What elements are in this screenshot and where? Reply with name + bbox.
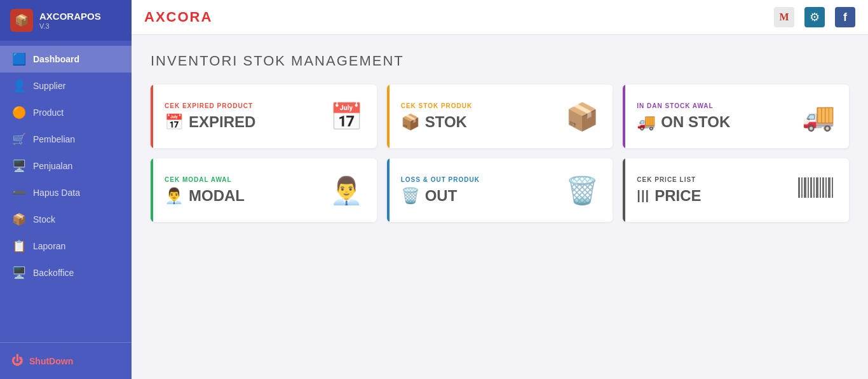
sidebar-item-penjualan[interactable]: 🖥️ Penjualan: [0, 153, 132, 179]
sidebar-label-hapus-data: Hapus Data: [33, 188, 80, 198]
wordpress-icon[interactable]: ⚙: [804, 7, 825, 27]
svg-rect-3: [808, 177, 809, 198]
modal-title-icon: 👨‍💼: [165, 187, 184, 205]
sidebar-bottom: ⏻ ShutDown: [0, 342, 132, 379]
topbar-icons: M ⚙ f: [774, 7, 855, 27]
sidebar-label-stock: Stock: [33, 214, 55, 224]
card-on-stok[interactable]: IN DAN STOCK AWAL 🚚 ON STOK 🚚: [623, 85, 849, 148]
price-title-icon: |||: [637, 188, 649, 203]
page-title: INVENTORI STOK MANAGEMENT: [151, 53, 849, 69]
sidebar-item-hapus-data[interactable]: ➖ Hapus Data: [0, 179, 132, 206]
sidebar-item-supplier[interactable]: 👤 Supplier: [0, 72, 132, 99]
svg-rect-6: [816, 177, 818, 198]
card-expired-title: 📅 EXPIRED: [165, 113, 255, 131]
card-stok[interactable]: CEK STOK PRODUK 📦 STOK 📦: [387, 85, 613, 148]
svg-rect-1: [801, 177, 803, 198]
stok-title-icon: 📦: [401, 113, 420, 131]
sidebar-item-product[interactable]: 🟠 Product: [0, 99, 132, 126]
pembelian-icon: 🛒: [11, 132, 27, 146]
svg-rect-8: [822, 177, 824, 198]
cards-grid: CEK EXPIRED PRODUCT 📅 EXPIRED 📅 CEK STOK…: [151, 85, 849, 222]
card-modal-subtitle: CEK MODAL AWAL: [165, 176, 245, 183]
brand-logo: AXCORA: [144, 9, 212, 25]
card-on-stok-subtitle: IN DAN STOCK AWAL: [637, 102, 730, 109]
svg-rect-7: [820, 177, 821, 198]
content-area: INVENTORI STOK MANAGEMENT CEK EXPIRED PR…: [132, 35, 868, 240]
svg-rect-0: [798, 177, 800, 198]
sidebar-item-dashboard[interactable]: 🟦 Dashboard: [0, 46, 132, 72]
sidebar-label-laporan: Laporan: [33, 241, 65, 251]
penjualan-icon: 🖥️: [11, 159, 27, 173]
card-price-subtitle: CEK PRICE LIST: [637, 176, 701, 183]
card-modal[interactable]: CEK MODAL AWAL 👨‍💼 MODAL 👨‍💼: [151, 158, 377, 222]
stock-icon: 📦: [11, 212, 27, 226]
sidebar: 📦 AXCORAPOS V.3 🟦 Dashboard 👤 Supplier 🟠…: [0, 0, 132, 379]
card-on-stok-icon: 🚚: [802, 101, 835, 132]
sidebar-label-backoffice: Backoffice: [33, 268, 74, 278]
expired-title-icon: 📅: [165, 113, 184, 131]
card-expired-subtitle: CEK EXPIRED PRODUCT: [165, 102, 255, 109]
hapus-icon: ➖: [11, 186, 27, 200]
sidebar-label-product: Product: [33, 107, 64, 118]
card-stok-subtitle: CEK STOK PRODUK: [401, 102, 473, 109]
laporan-icon: 📋: [11, 239, 27, 253]
card-price[interactable]: CEK PRICE LIST ||| PRICE: [623, 158, 849, 222]
sidebar-item-laporan[interactable]: 📋 Laporan: [0, 233, 132, 259]
sidebar-label-penjualan: Penjualan: [33, 161, 72, 171]
card-expired[interactable]: CEK EXPIRED PRODUCT 📅 EXPIRED 📅: [151, 85, 377, 148]
svg-rect-4: [810, 177, 812, 198]
backoffice-icon: 🖥️: [11, 266, 27, 280]
main-content: AXCORA M ⚙ f INVENTORI STOK MANAGEMENT C…: [132, 0, 868, 379]
gmail-icon[interactable]: M: [774, 7, 794, 27]
sidebar-header: 📦 AXCORAPOS V.3: [0, 0, 132, 41]
app-name: AXCORAPOS: [39, 11, 101, 22]
topbar: AXCORA M ⚙ f: [132, 0, 868, 35]
card-out[interactable]: LOSS & OUT PRODUK 🗑️ OUT 🗑️: [387, 158, 613, 222]
svg-rect-10: [828, 177, 831, 198]
sidebar-item-pembelian[interactable]: 🛒 Pembelian: [0, 126, 132, 153]
shutdown-icon: ⏻: [11, 354, 23, 368]
card-modal-icon: 👨‍💼: [330, 175, 363, 206]
svg-rect-9: [825, 177, 827, 198]
card-on-stok-title: 🚚 ON STOK: [637, 113, 730, 131]
card-stok-icon: 📦: [566, 101, 599, 132]
svg-rect-11: [832, 177, 833, 198]
sidebar-item-stock[interactable]: 📦 Stock: [0, 206, 132, 233]
on-stok-title-icon: 🚚: [637, 113, 656, 131]
dashboard-icon: 🟦: [11, 52, 27, 66]
app-logo: 📦: [10, 9, 33, 32]
facebook-icon[interactable]: f: [835, 7, 855, 27]
card-price-title: ||| PRICE: [637, 187, 701, 205]
card-out-subtitle: LOSS & OUT PRODUK: [401, 176, 480, 183]
out-title-icon: 🗑️: [401, 187, 420, 205]
app-version: V.3: [39, 22, 101, 30]
sidebar-label-pembelian: Pembelian: [33, 134, 75, 144]
sidebar-item-backoffice[interactable]: 🖥️ Backoffice: [0, 259, 132, 286]
product-icon: 🟠: [11, 106, 27, 120]
sidebar-label-supplier: Supplier: [33, 81, 65, 91]
supplier-icon: 👤: [11, 79, 27, 93]
sidebar-nav: 🟦 Dashboard 👤 Supplier 🟠 Product 🛒 Pembe…: [0, 41, 132, 342]
shutdown-label: ShutDown: [29, 356, 73, 366]
card-out-icon: 🗑️: [566, 175, 599, 206]
card-out-title: 🗑️ OUT: [401, 187, 480, 205]
sidebar-label-dashboard: Dashboard: [33, 54, 79, 64]
card-stok-title: 📦 STOK: [401, 113, 473, 131]
shutdown-button[interactable]: ⏻ ShutDown: [0, 347, 132, 375]
svg-rect-2: [804, 177, 806, 198]
card-expired-icon: 📅: [330, 101, 363, 132]
card-modal-title: 👨‍💼 MODAL: [165, 187, 245, 205]
card-price-icon: [797, 175, 835, 206]
svg-rect-5: [813, 177, 815, 198]
